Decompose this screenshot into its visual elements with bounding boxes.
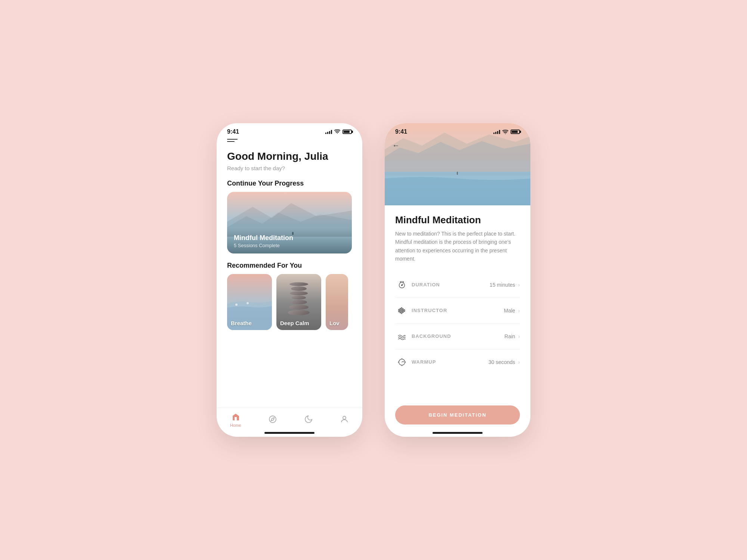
svg-rect-7 [400, 281, 403, 282]
background-value: Rain [505, 333, 515, 339]
home-icon [231, 413, 240, 421]
recommended-cards: Breathe [217, 274, 362, 330]
status-bar-1: 9:41 [217, 123, 362, 135]
rec-card-deep-calm[interactable]: Deep Calm [276, 274, 321, 330]
background-icon [395, 330, 409, 343]
progress-card-overlay: Mindful Meditation 5 Sessions Complete [227, 229, 352, 253]
home-indicator [264, 432, 314, 434]
phone-home: 9:41 [217, 123, 362, 437]
battery-icon-2 [511, 130, 520, 134]
rec-card-breathe[interactable]: Breathe [227, 274, 272, 330]
nav-profile[interactable] [340, 415, 349, 425]
svg-point-3 [269, 416, 276, 423]
signal-icon-2 [493, 130, 500, 134]
svg-rect-12 [401, 307, 402, 314]
detail-title: Mindful Meditation [395, 214, 520, 226]
warmup-label: WARMUP [412, 359, 489, 365]
setting-duration[interactable]: DURATION 15 minutes › [395, 272, 520, 298]
signal-icon [325, 130, 332, 134]
setting-instructor[interactable]: INSTRUCTOR Male › [395, 298, 520, 324]
hamburger-menu[interactable] [217, 135, 362, 142]
settings-list: DURATION 15 minutes › [395, 272, 520, 399]
setting-background[interactable]: BACKGROUND Rain › [395, 324, 520, 349]
background-chevron: › [518, 333, 520, 339]
svg-point-6 [505, 133, 506, 134]
time-2: 9:41 [395, 128, 407, 135]
explore-icon [268, 415, 277, 424]
hero-section: 9:41 [385, 123, 530, 205]
progress-card-title: Mindful Meditation [234, 234, 345, 242]
instructor-value: Male [504, 308, 515, 314]
warmup-value: 30 seconds [489, 359, 515, 365]
stones-decoration [288, 282, 310, 315]
phone-detail: 9:41 [385, 123, 530, 437]
status-bar-2: 9:41 [385, 123, 530, 135]
battery-icon [342, 130, 352, 134]
greeting-section: Good Morning, Julia Ready to start the d… [217, 142, 362, 171]
background-label: BACKGROUND [412, 333, 505, 339]
section-recommended-label: Recommended For You [217, 253, 362, 274]
status-icons-2 [493, 130, 520, 134]
svg-rect-10 [399, 309, 399, 312]
love-card-label: Lov [329, 320, 340, 326]
svg-rect-14 [404, 309, 405, 312]
setting-warmup[interactable]: WARMUP 30 seconds › [395, 349, 520, 375]
instructor-chevron: › [518, 308, 520, 314]
begin-meditation-button[interactable]: BEGIN MEDITATION [395, 405, 520, 424]
home-indicator-2 [433, 432, 483, 434]
phones-container: 9:41 [217, 123, 530, 437]
wifi-icon [334, 129, 340, 135]
nav-home-label: Home [230, 423, 241, 427]
deep-calm-card-label: Deep Calm [280, 320, 309, 326]
duration-chevron: › [518, 282, 520, 288]
greeting-subtitle: Ready to start the day? [227, 165, 352, 171]
warmup-chevron: › [518, 359, 520, 365]
wifi-icon-2 [502, 130, 508, 134]
svg-point-4 [343, 416, 346, 419]
svg-rect-13 [403, 308, 403, 312]
instructor-icon [395, 304, 409, 317]
duration-icon [395, 278, 409, 292]
progress-card-subtitle: 5 Sessions Complete [234, 243, 345, 248]
hero-mountain-scene [385, 123, 530, 205]
svg-point-2 [247, 302, 249, 304]
hero-bg [385, 123, 530, 205]
detail-content: Mindful Meditation New to meditation? Th… [385, 205, 530, 430]
svg-point-0 [337, 133, 338, 134]
back-button[interactable]: ← [392, 141, 400, 150]
svg-point-1 [235, 304, 238, 306]
section-progress-label: Continue Your Progress [217, 171, 362, 192]
detail-description: New to meditation? This is the perfect p… [395, 230, 520, 263]
breathe-card-label: Breathe [231, 320, 252, 326]
status-icons-1 [325, 129, 352, 135]
nav-explore[interactable] [268, 415, 277, 425]
svg-rect-5 [457, 172, 458, 175]
rec-card-love[interactable]: Lov [326, 274, 348, 330]
greeting-title: Good Morning, Julia [227, 150, 352, 163]
time-1: 9:41 [227, 128, 239, 135]
duration-value: 15 minutes [490, 282, 515, 288]
nav-sleep[interactable] [304, 415, 313, 425]
instructor-label: INSTRUCTOR [412, 308, 504, 313]
svg-rect-11 [400, 308, 401, 313]
bottom-nav: Home [217, 408, 362, 430]
warmup-icon [395, 355, 409, 369]
profile-icon [340, 415, 349, 424]
progress-card[interactable]: Mindful Meditation 5 Sessions Complete [227, 192, 352, 253]
sleep-icon [304, 415, 313, 424]
phone1-content: Good Morning, Julia Ready to start the d… [217, 135, 362, 437]
nav-home[interactable]: Home [230, 413, 241, 427]
duration-label: DURATION [412, 282, 490, 287]
